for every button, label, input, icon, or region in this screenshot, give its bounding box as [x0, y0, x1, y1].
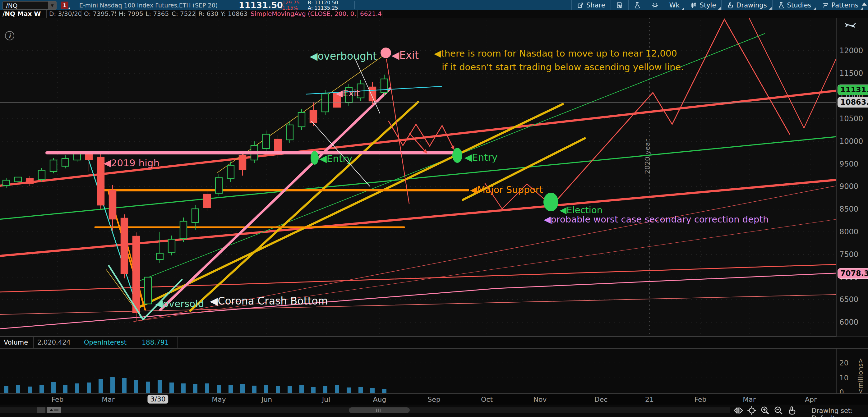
share-button[interactable]: Share: [571, 0, 611, 10]
expand-panel-button[interactable]: [47, 407, 61, 413]
time-tick: Dec: [594, 395, 608, 403]
ohlc-cell: Y: 10863.5: [218, 10, 248, 18]
candlestick: [322, 90, 329, 115]
price-tick: 10500: [839, 114, 863, 123]
zoom-out-button[interactable]: [774, 406, 783, 416]
alert-badge[interactable]: 1: [61, 2, 68, 9]
gear-button[interactable]: [646, 0, 664, 10]
price-tick: 8000: [839, 227, 858, 236]
volume-bar: [323, 386, 328, 393]
exit-label-2[interactable]: ◀Exit: [336, 88, 360, 98]
volume-bar: [228, 385, 233, 393]
volume-bar: [240, 384, 245, 393]
candlestick: [215, 174, 222, 196]
patterns-button[interactable]: Patterns: [817, 0, 864, 10]
volume-bar: [181, 383, 186, 393]
volume-bar: [276, 386, 280, 393]
scrollbar-stub[interactable]: [37, 407, 45, 413]
price-tick: 12000: [839, 46, 863, 55]
style-button[interactable]: Style: [685, 0, 721, 10]
volume-bar: [111, 377, 115, 393]
share-icon: [577, 2, 584, 9]
time-tick: Oct: [481, 395, 493, 403]
year-label[interactable]: 2020 year: [644, 139, 651, 174]
time-axis[interactable]: FebMarMayJunJulAugSepOctNovDec21FebMarAp…: [0, 393, 868, 405]
ohlc-cell: H: 7995.25: [116, 10, 143, 18]
candles-icon: [690, 2, 697, 9]
wk-button[interactable]: Wk: [664, 0, 685, 10]
volume-bar: [205, 383, 209, 393]
correction-label[interactable]: ◀probable worst case secondary correctio…: [544, 214, 769, 225]
time-tick: May: [212, 395, 226, 403]
election-label[interactable]: ◀Election: [560, 205, 602, 215]
axis-fit-icon[interactable]: [843, 19, 858, 32]
entry-label-2[interactable]: ◀Entry: [464, 152, 497, 163]
note-line-2[interactable]: if it doesn't start trading below ascend…: [442, 62, 684, 72]
volume-bar: [370, 388, 375, 393]
price-tick: 10000: [839, 137, 863, 146]
ohlc-cell: O: 7395.75: [82, 10, 116, 18]
crosshair-button[interactable]: [747, 406, 756, 416]
open-interest-value: 188,791: [138, 337, 178, 348]
symbol-input[interactable]: /NQ ▼: [2, 1, 57, 10]
ohlc-cell: C: 7522: [169, 10, 196, 18]
button-label: Drawings: [736, 2, 767, 9]
price-bubble: 7078.35: [838, 268, 868, 279]
price-axis[interactable]: 1200011500110001050010000950090008500800…: [836, 18, 868, 336]
volume-bar: [16, 385, 20, 393]
election-dot[interactable]: [544, 193, 558, 211]
pan-button[interactable]: [734, 406, 743, 416]
flask-icon: [778, 2, 785, 9]
volume-bar: [335, 385, 339, 393]
oversold-label[interactable]: ◀oversold: [155, 298, 204, 309]
studies-button[interactable]: Studies: [772, 0, 817, 10]
time-tick: Sep: [428, 395, 440, 403]
time-tick: Aug: [373, 395, 386, 403]
drawings-button[interactable]: Drawings: [721, 0, 772, 10]
exit-label-1[interactable]: ◀Exit: [392, 49, 419, 61]
symbol-value: /NQ: [3, 2, 18, 9]
flask-button[interactable]: [628, 0, 646, 10]
candlestick: [50, 158, 57, 173]
overbought-label[interactable]: ◀overbought: [310, 50, 377, 62]
price-tick: 7500: [839, 250, 858, 259]
exit-dot[interactable]: [380, 47, 391, 58]
price-tick: 11500: [839, 69, 863, 78]
toolbar-divider: [354, 1, 355, 9]
toolbar-divider: [276, 1, 276, 9]
time-tick: Nov: [533, 395, 547, 403]
time-tick: Feb: [52, 395, 64, 403]
button-label: Share: [586, 2, 605, 9]
volume-bar: [4, 386, 8, 393]
chart-header: /NQ Max W D: 3/30/20O: 7395.75H: 7995.25…: [0, 10, 868, 18]
instrument-description: E-mini Nasdaq 100 Index Futures,ETH (SEP…: [79, 0, 218, 10]
hand-button[interactable]: [787, 406, 797, 416]
zoom-out-icon: [774, 406, 783, 415]
price-change: -129.75 -1.15%: [280, 0, 300, 10]
price-tick: 9500: [839, 160, 858, 168]
entry-dot-1[interactable]: [311, 151, 319, 165]
sma-study-label[interactable]: SimpleMovingAvg (CLOSE, 200, 0, no): [248, 10, 358, 18]
scrollbar-thumb[interactable]: [349, 407, 410, 413]
symbol-dropdown-button[interactable]: ▼: [48, 2, 56, 9]
top-toolbar: /NQ ▼ 1 E-mini Nasdaq 100 Index Futures,…: [0, 0, 868, 10]
entry-dot-2[interactable]: [452, 148, 462, 163]
news-button[interactable]: [611, 0, 628, 10]
volume-bar: [217, 385, 221, 393]
crash-bottom-label[interactable]: ◀Corona Crash Bottom: [210, 295, 328, 307]
change-percent: -1.15%: [280, 5, 298, 10]
volume-bar: [311, 387, 315, 393]
note-line-1[interactable]: ◀there is room for Nasdaq to move up to …: [434, 48, 677, 59]
volume-label: Volume: [0, 337, 34, 348]
entry-label-1[interactable]: ◀Entry: [319, 153, 352, 164]
price-chart: ◀overbought◀Exit◀Exit◀there is room for …: [0, 0, 868, 417]
candlestick: [121, 215, 128, 279]
change-value: -129.75: [280, 0, 300, 5]
button-label: Patterns: [832, 2, 859, 9]
major-support-label[interactable]: ◀Major Support: [470, 184, 543, 195]
high-2019-label[interactable]: ◀2019 high: [103, 157, 159, 168]
info-icon[interactable]: i: [5, 31, 14, 40]
zoom-in-button[interactable]: [761, 406, 770, 416]
button-label: Wk: [669, 2, 680, 9]
ohlc-cell: L: 7365.25: [143, 10, 169, 18]
